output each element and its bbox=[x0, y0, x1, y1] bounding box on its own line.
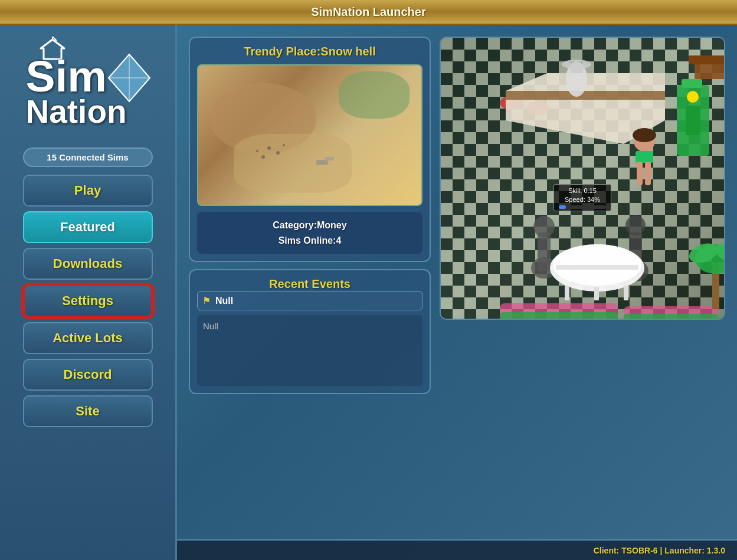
skill-text: Skill: 0.15 bbox=[559, 186, 606, 195]
svg-rect-34 bbox=[624, 286, 628, 300]
logo-container: Sim Nation bbox=[20, 37, 156, 143]
site-button[interactable]: Site bbox=[23, 395, 153, 427]
main-container: Sim Nation 15 Connected Sims Play Featur… bbox=[0, 25, 737, 560]
trendy-place-section: Trendy Place:Snow hell bbox=[189, 37, 431, 262]
play-button[interactable]: Play bbox=[23, 175, 153, 207]
events-content: Null bbox=[197, 315, 422, 386]
events-header: ⚑ Null bbox=[197, 291, 422, 310]
app-title: SimNation Launcher bbox=[311, 5, 425, 19]
title-bar: SimNation Launcher bbox=[0, 0, 737, 25]
logo-nation: Nation bbox=[26, 96, 127, 128]
connected-sims-badge: 15 Connected Sims bbox=[23, 148, 153, 167]
svg-rect-41 bbox=[689, 55, 724, 64]
scene-furniture bbox=[441, 38, 724, 319]
svg-point-38 bbox=[687, 91, 699, 103]
trendy-category: Category:Money Sims Online:4 bbox=[203, 218, 417, 248]
left-column: Trendy Place:Snow hell bbox=[189, 37, 431, 320]
flag-icon: ⚑ bbox=[202, 295, 211, 306]
map-figures-svg bbox=[198, 66, 421, 205]
svg-rect-37 bbox=[682, 79, 702, 88]
svg-point-6 bbox=[267, 146, 271, 150]
svg-point-8 bbox=[261, 155, 265, 159]
game-scene-svg bbox=[441, 38, 724, 319]
featured-panel: Trendy Place:Snow hell bbox=[189, 37, 725, 320]
svg-rect-12 bbox=[325, 157, 334, 161]
svg-point-26 bbox=[533, 216, 555, 237]
skill-bar bbox=[559, 205, 606, 209]
svg-point-10 bbox=[256, 150, 258, 152]
active-lots-button[interactable]: Active Lots bbox=[23, 322, 153, 354]
svg-rect-25 bbox=[538, 232, 551, 271]
svg-point-18 bbox=[562, 60, 591, 69]
game-screenshot: Skill: 0.15 Speed: 34% bbox=[441, 38, 724, 319]
svg-rect-11 bbox=[316, 160, 328, 165]
svg-rect-33 bbox=[565, 286, 569, 300]
logo-sim: Sim bbox=[26, 54, 107, 99]
trendy-map bbox=[197, 64, 422, 206]
svg-point-20 bbox=[633, 128, 656, 142]
svg-rect-32 bbox=[556, 265, 638, 270]
discord-button[interactable]: Discord bbox=[23, 359, 153, 391]
featured-button[interactable]: Featured bbox=[23, 211, 153, 243]
svg-rect-39 bbox=[686, 106, 700, 135]
skill-bar-fill bbox=[559, 205, 566, 209]
game-screenshot-panel: Skill: 0.15 Speed: 34% bbox=[440, 37, 725, 320]
speed-text: Speed: 34% bbox=[559, 195, 606, 204]
content-area: Trendy Place:Snow hell bbox=[177, 25, 737, 560]
recent-events-section: Recent Events ⚑ Null Null bbox=[189, 269, 431, 394]
trendy-place-title: Trendy Place:Snow hell bbox=[197, 45, 422, 58]
svg-rect-21 bbox=[636, 151, 653, 163]
settings-button[interactable]: Settings bbox=[23, 284, 153, 317]
sidebar: Sim Nation 15 Connected Sims Play Featur… bbox=[0, 25, 177, 560]
svg-point-7 bbox=[276, 151, 280, 155]
events-null: Null bbox=[203, 321, 218, 331]
status-bar: Client: TSOBR-6 | Launcher: 1.3.0 bbox=[177, 539, 737, 560]
svg-rect-22 bbox=[637, 162, 643, 185]
downloads-button[interactable]: Downloads bbox=[23, 248, 153, 280]
svg-rect-23 bbox=[645, 162, 651, 185]
recent-events-title: Recent Events bbox=[197, 277, 422, 291]
svg-rect-45 bbox=[624, 314, 718, 319]
skill-overlay: Skill: 0.15 Speed: 34% bbox=[553, 184, 611, 212]
svg-rect-43 bbox=[500, 312, 618, 319]
svg-rect-16 bbox=[506, 91, 665, 100]
svg-rect-35 bbox=[594, 287, 599, 300]
status-text: Client: TSOBR-6 | Launcher: 1.3.0 bbox=[594, 546, 725, 555]
trendy-info-panel: Category:Money Sims Online:4 bbox=[197, 212, 422, 254]
events-header-text: Null bbox=[215, 296, 233, 306]
svg-point-29 bbox=[625, 215, 646, 235]
svg-point-9 bbox=[283, 144, 285, 146]
